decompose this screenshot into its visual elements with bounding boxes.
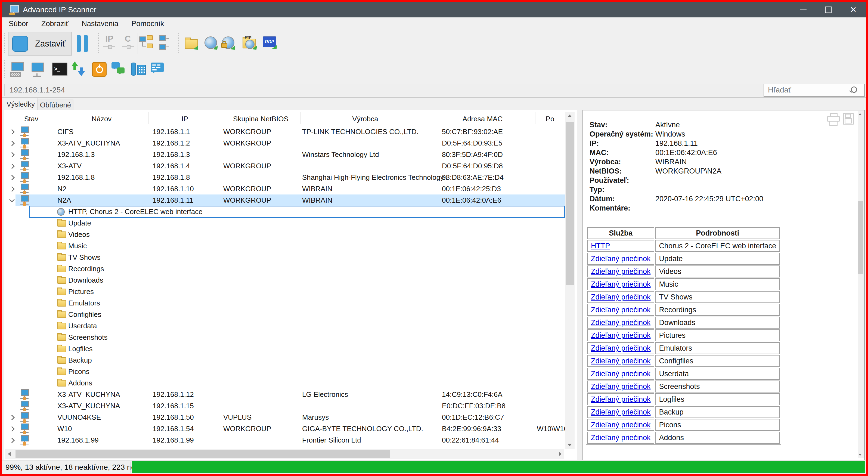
column-header-názov[interactable]: Názov <box>55 113 149 126</box>
service-link[interactable]: Zdieľaný priečinok <box>591 293 650 301</box>
scroll-right-icon[interactable] <box>559 452 561 456</box>
expand-chevron-icon[interactable] <box>9 415 15 420</box>
table-row-shared-folder[interactable]: Addons <box>4 377 565 389</box>
table-row-shared-folder[interactable]: Backup <box>4 354 565 366</box>
expand-chevron-icon[interactable] <box>9 426 15 432</box>
service-link[interactable]: Zdieľaný priečinok <box>591 319 650 327</box>
ip-subnet-button[interactable]: IP <box>102 34 116 52</box>
save-icon[interactable] <box>842 113 855 125</box>
search-input[interactable] <box>764 84 853 96</box>
send-message-button[interactable] <box>150 61 166 78</box>
column-header-výrobca[interactable]: Výrobca <box>301 113 430 126</box>
table-row-shared-folder[interactable]: Emulators <box>4 297 565 309</box>
table-row-shared-folder[interactable]: TV Shows <box>4 251 565 263</box>
scroll-up-icon[interactable] <box>859 113 862 115</box>
table-row-device[interactable]: X3-ATV192.168.1.4WORKGROUPD0:5F:64:D0:95… <box>4 160 565 172</box>
panel-scrollbar[interactable] <box>858 111 864 458</box>
scroll-down-icon[interactable] <box>567 444 572 446</box>
scroll-down-icon[interactable] <box>859 454 862 456</box>
table-row-device[interactable]: N2A192.168.1.11WORKGROUPWIBRAIN00:1E:06:… <box>4 195 565 206</box>
expand-chevron-icon[interactable] <box>9 141 15 146</box>
scrollbar-thumb[interactable] <box>566 122 574 285</box>
column-header-skupina-netbios[interactable]: Skupina NetBIOS <box>221 113 301 126</box>
table-row-device[interactable]: X3-ATV_KUCHYNA192.168.1.15E0:DC:FF:03:DE… <box>4 400 565 412</box>
table-row-device[interactable]: VUUNO4KSE192.168.1.50VUPLUSMarusys00:1D:… <box>4 412 565 423</box>
table-row-device[interactable]: X3-ATV_KUCHYNA192.168.1.12LG Electronics… <box>4 389 565 400</box>
table-row-shared-folder[interactable]: Recordings <box>4 263 565 274</box>
column-header-po[interactable]: Po <box>535 113 565 126</box>
search-icon[interactable] <box>851 87 857 93</box>
collapse-chevron-icon[interactable] <box>9 197 15 202</box>
vertical-scrollbar[interactable] <box>565 112 575 449</box>
service-link[interactable]: Zdieľaný priečinok <box>591 434 650 442</box>
table-row-device[interactable]: 192.168.1.8192.168.1.8Shanghai High-Flyi… <box>4 172 565 183</box>
explore-button[interactable] <box>185 37 200 51</box>
menu-item-súbor[interactable]: Súbor <box>2 18 35 30</box>
service-link[interactable]: Zdieľaný priečinok <box>591 357 650 365</box>
service-link[interactable]: HTTP <box>591 242 610 250</box>
view-only-button[interactable] <box>30 61 46 78</box>
service-link[interactable]: Zdieľaný priečinok <box>591 331 650 339</box>
https-button[interactable] <box>221 36 237 51</box>
service-link[interactable]: Zdieľaný priečinok <box>591 382 650 391</box>
table-row-shared-folder[interactable]: Update <box>4 217 565 229</box>
table-row-shared-folder[interactable]: Music <box>4 240 565 251</box>
service-link[interactable]: Zdieľaný priečinok <box>591 267 650 275</box>
table-row-shared-folder[interactable]: Picons <box>4 366 565 377</box>
http-button[interactable] <box>205 36 220 51</box>
table-row-device[interactable]: CIFS192.168.1.1WORKGROUPTP-LINK TECHNOLO… <box>4 126 565 137</box>
maximize-button[interactable] <box>816 2 841 18</box>
minimize-button[interactable] <box>791 2 816 18</box>
table-row-shared-folder[interactable]: Videos <box>4 229 565 240</box>
table-row-shared-folder[interactable]: Configfiles <box>4 309 565 320</box>
shutdown-button[interactable] <box>91 61 106 78</box>
expand-chevron-icon[interactable] <box>9 175 15 180</box>
service-link[interactable]: Zdieľaný priečinok <box>591 421 650 429</box>
expand-chevron-icon[interactable] <box>9 152 15 157</box>
service-link[interactable]: Zdieľaný priečinok <box>591 306 650 314</box>
horizontal-scrollbar[interactable] <box>5 449 564 459</box>
scroll-left-icon[interactable] <box>8 452 10 456</box>
expand-chevron-icon[interactable] <box>9 163 15 169</box>
table-row-shared-folder[interactable]: Pictures <box>4 286 565 297</box>
column-header-ip[interactable]: IP <box>149 113 221 126</box>
expand-chevron-icon[interactable] <box>9 129 15 135</box>
tab-favorites[interactable]: Obľúbené <box>37 99 73 111</box>
service-link[interactable]: Zdieľaný priečinok <box>591 280 650 288</box>
tab-results[interactable]: Výsledky <box>4 98 37 110</box>
print-icon[interactable] <box>827 113 839 125</box>
telnet-button[interactable]: >_ <box>51 61 66 78</box>
scroll-up-icon[interactable] <box>567 115 572 117</box>
table-row-device[interactable]: N2192.168.1.10WORKGROUPWIBRAIN00:1E:06:4… <box>4 183 565 195</box>
service-link[interactable]: Zdieľaný priečinok <box>591 255 650 263</box>
expand-chevron-icon[interactable] <box>9 186 15 192</box>
favorites-tree-button[interactable] <box>139 35 153 51</box>
table-row-device[interactable]: 192.168.1.99192.168.1.99Frontier Silicon… <box>4 435 565 446</box>
column-header-adresa-mac[interactable]: Adresa MAC <box>430 113 535 126</box>
close-button[interactable]: ✕ <box>841 2 866 18</box>
table-row-service[interactable]: HTTP, Chorus 2 - CoreELEC web interface <box>4 206 565 217</box>
scrollbar-thumb[interactable] <box>16 450 390 458</box>
stop-scan-button[interactable]: Zastaviť <box>8 32 72 56</box>
network-tree-button[interactable] <box>155 35 169 51</box>
ftp-button[interactable]: FTP <box>243 35 259 51</box>
table-row-shared-folder[interactable]: Screenshots <box>4 332 565 343</box>
ip-range-input[interactable] <box>4 84 766 96</box>
menu-item-nastavenia[interactable]: Nastavenia <box>75 18 125 30</box>
expand-chevron-icon[interactable] <box>9 438 15 443</box>
table-row-device[interactable]: 192.168.1.3192.168.1.3Winstars Technolog… <box>4 149 565 160</box>
service-link[interactable]: Zdieľaný priečinok <box>591 408 650 416</box>
service-link[interactable]: Zdieľaný priečinok <box>591 344 650 352</box>
table-row-device[interactable]: W10192.168.1.54WORKGROUPGIGA-BYTE TECHNO… <box>4 423 565 435</box>
table-row-shared-folder[interactable]: Logfiles <box>4 343 565 354</box>
rdp-button[interactable]: RDP <box>263 36 279 51</box>
table-row-device[interactable]: X3-ATV_KUCHYNA192.168.1.2WORKGROUPD0:5F:… <box>4 137 565 149</box>
full-control-button[interactable] <box>10 61 26 78</box>
c-class-button[interactable]: C <box>121 34 135 52</box>
service-link[interactable]: Zdieľaný priečinok <box>591 395 650 404</box>
column-header-stav[interactable]: Stav <box>8 113 55 126</box>
voice-chat-button[interactable] <box>131 61 147 78</box>
menu-item-zobraziť[interactable]: Zobraziť <box>35 18 75 30</box>
scrollbar-thumb[interactable] <box>858 201 863 274</box>
service-link[interactable]: Zdieľaný priečinok <box>591 370 650 378</box>
